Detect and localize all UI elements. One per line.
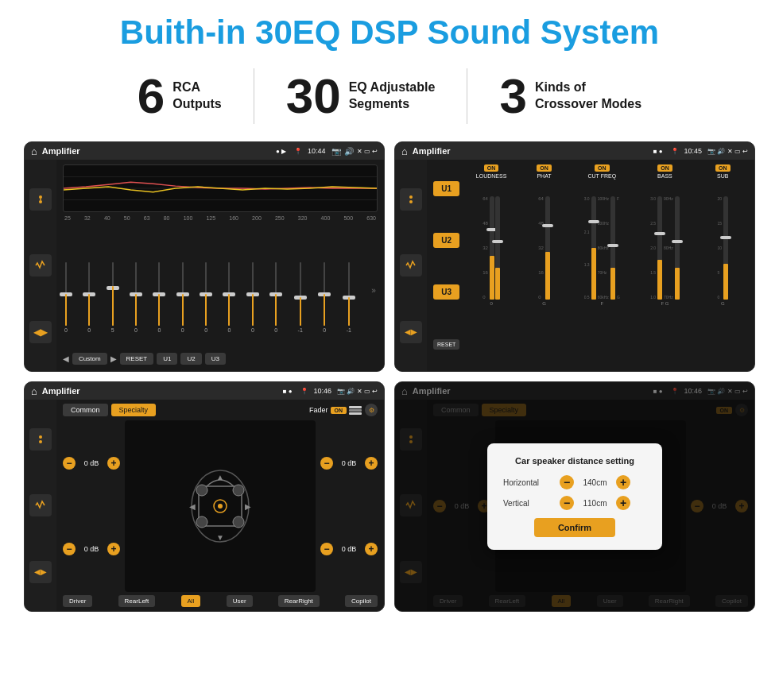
scale-left: 644832160 <box>483 196 488 300</box>
crossover-sidebar-btn-3[interactable]: ◀▶ <box>400 321 422 343</box>
eq-u3-btn[interactable]: U3 <box>205 353 226 365</box>
cutfreq-thumb-1[interactable] <box>588 220 599 223</box>
fader-rearight-btn[interactable]: RearRight <box>278 595 320 607</box>
stat-rca: 6 RCAOutputs <box>106 72 254 121</box>
sub-thumb-1[interactable] <box>720 236 731 239</box>
on-badge-sub: ON <box>715 164 731 172</box>
crossover-sidebar-btn-2[interactable] <box>400 254 422 277</box>
fader-settings-icon[interactable]: ⚙ <box>365 404 378 416</box>
dialog-vertical-minus[interactable]: − <box>560 496 574 510</box>
eq-graph <box>63 164 378 212</box>
cutfreq-thumb-2[interactable] <box>607 244 618 247</box>
eq-sidebar-btn-1[interactable] <box>29 188 52 211</box>
eq-screen-content: ◀▶ <box>25 160 384 371</box>
eq-sidebar: ◀▶ <box>25 160 56 371</box>
eq-sidebar-btn-3[interactable]: ◀▶ <box>29 321 52 343</box>
db-minus-2[interactable]: − <box>63 543 76 555</box>
fader-bar-indicator <box>349 406 362 415</box>
fader-on-pill[interactable]: ON <box>331 407 347 414</box>
eq-label-14: 630 <box>366 215 376 221</box>
location-icon: 📍 <box>294 148 302 155</box>
stat-eq-text: EQ AdjustableSegments <box>349 79 436 113</box>
eq-reset-btn[interactable]: RESET <box>120 353 154 365</box>
dialog-horizontal-label: Horizontal <box>503 478 555 487</box>
db-minus-1[interactable]: − <box>63 457 76 470</box>
db-value-1: 0 dB <box>79 459 104 467</box>
eq-sidebar-btn-2[interactable] <box>29 254 52 277</box>
crossover-status-extra: 📷 🔊 ✕ ▭ ↩ <box>707 148 748 155</box>
fader-tab-specialty[interactable]: Specialty <box>111 404 157 416</box>
fader-sidebar: ◀▶ <box>25 400 56 611</box>
eq-u1-btn[interactable]: U1 <box>157 353 177 365</box>
screenshots-grid: ⌂ Amplifier ● ▶ 📍 10:44 📷 🔊 ✕ ▭ ↩ <box>24 141 755 612</box>
db-plus-2[interactable]: + <box>107 543 120 555</box>
fader-user-btn[interactable]: User <box>227 595 253 607</box>
fader-all-btn[interactable]: All <box>181 595 201 607</box>
db-minus-3[interactable]: − <box>320 457 333 470</box>
eq-label-10: 250 <box>275 215 285 221</box>
bass-scale: 3.02.52.01.51.0 <box>650 196 656 300</box>
eq-main: 25 32 40 50 63 80 100 125 160 200 250 32… <box>56 160 384 371</box>
db-value-4: 0 dB <box>336 545 362 553</box>
dialog-vertical-plus[interactable]: + <box>616 496 630 510</box>
eq-custom-btn[interactable]: Custom <box>72 353 107 365</box>
cutfreq-track-2 <box>610 196 615 300</box>
fader-sidebar-btn-3[interactable]: ◀▶ <box>29 561 52 583</box>
on-badge-loudness: ON <box>484 164 499 172</box>
loudness-sliders: 644832160 <box>483 180 500 300</box>
cutfreq-freq-scale: 100Hz100Hz80kHz70Hz60kHz <box>598 196 609 300</box>
svg-text:▶: ▶ <box>245 502 251 511</box>
db-plus-1[interactable]: + <box>107 457 120 470</box>
crossover-status-icons: 📍 10:45 📷 🔊 ✕ ▭ ↩ <box>671 147 748 155</box>
on-badge-bass: ON <box>657 164 672 172</box>
fader-time: 10:46 <box>314 387 332 395</box>
fader-sidebar-btn-1[interactable] <box>29 428 52 451</box>
home-icon: ⌂ <box>31 145 37 157</box>
crossover-sidebar: ◀▶ <box>395 160 427 371</box>
eq-u2-btn[interactable]: U2 <box>180 353 201 365</box>
svg-point-15 <box>233 516 244 528</box>
loudness-track-1 <box>490 196 494 300</box>
confirm-button[interactable]: Confirm <box>534 518 615 537</box>
sub-track-1 <box>723 196 728 300</box>
eq-label-6: 100 <box>184 215 193 221</box>
fader-copilot-btn[interactable]: Copilot <box>345 595 378 607</box>
bass-thumb-1[interactable] <box>654 232 665 235</box>
fader-status-icons: 📍 10:46 📷 🔊 ✕ ▭ ↩ <box>300 387 378 395</box>
eq-screen-card: ⌂ Amplifier ● ▶ 📍 10:44 📷 🔊 ✕ ▭ ↩ <box>24 141 385 372</box>
fader-status-dots: ■ ● <box>283 388 293 395</box>
bass-thumb-2[interactable] <box>672 240 683 243</box>
db-plus-4[interactable]: + <box>365 543 378 555</box>
u1-button[interactable]: U1 <box>433 181 459 196</box>
db-minus-4[interactable]: − <box>320 543 333 555</box>
bass-track-1 <box>657 196 662 300</box>
u3-button[interactable]: U3 <box>433 284 459 300</box>
bass-sliders: 3.02.52.01.51.0 90Hz80Hz70Hz <box>650 180 680 300</box>
svg-point-17 <box>218 504 223 509</box>
eq-label-11: 320 <box>298 215 308 221</box>
stat-rca-text: RCAOutputs <box>172 79 221 113</box>
channel-bass-label: BASS <box>657 173 672 179</box>
fader-rearleft-btn[interactable]: RearLeft <box>118 595 156 607</box>
dialog-horizontal-plus[interactable]: + <box>616 475 630 489</box>
dialog-horizontal-minus[interactable]: − <box>560 475 574 489</box>
cutfreq-value: F <box>600 301 603 306</box>
page-title: Buith-in 30EQ DSP Sound System <box>120 14 659 51</box>
fader-tab-common[interactable]: Common <box>63 404 108 416</box>
db-plus-3[interactable]: + <box>365 457 378 470</box>
u2-button[interactable]: U2 <box>433 233 459 248</box>
eq-next-arrow[interactable]: ▶ <box>110 354 117 363</box>
eq-prev-arrow[interactable]: ◀ <box>63 354 69 363</box>
crossover-sidebar-btn-1[interactable] <box>400 188 422 211</box>
loudness-thumb-2[interactable] <box>492 240 503 243</box>
fader-sidebar-btn-2[interactable] <box>29 494 52 516</box>
fader-driver-btn[interactable]: Driver <box>63 595 92 607</box>
eq-status-dots: ● ▶ <box>276 148 286 155</box>
crossover-reset-btn[interactable]: RESET <box>433 339 459 350</box>
svg-point-12 <box>196 485 207 496</box>
eq-label-13: 500 <box>343 215 353 221</box>
stat-crossover: 3 Kinds ofCrossover Modes <box>467 72 673 121</box>
eq-val: 0 <box>64 327 68 333</box>
phat-thumb-1[interactable] <box>542 224 553 227</box>
location-icon-3: 📍 <box>300 388 308 395</box>
